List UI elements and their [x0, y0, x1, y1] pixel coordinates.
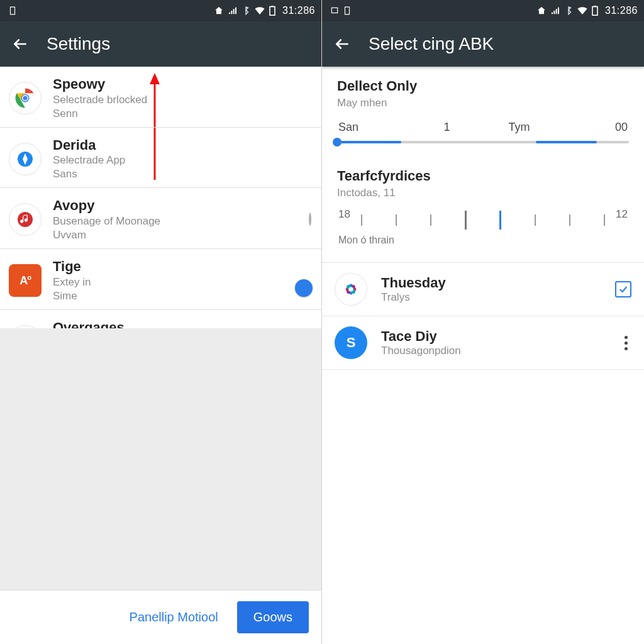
compass-icon — [9, 143, 42, 175]
svg-point-9 — [23, 96, 27, 100]
list-item[interactable]: Ao Tige Extey in Sime — [0, 249, 321, 310]
item-subtitle: Extey in — [53, 275, 306, 289]
wifi-icon — [577, 5, 588, 16]
item-subtitle: Selectrade App — [53, 153, 306, 167]
item-subtitle: Selectrade brlocked — [53, 93, 306, 107]
svg-point-29 — [348, 287, 353, 291]
flower-icon — [335, 273, 367, 306]
signal-icon — [228, 6, 238, 16]
primary-button[interactable]: Goows — [237, 601, 309, 633]
page-title: Select cing ABK — [369, 34, 494, 54]
battery-icon — [269, 6, 275, 16]
range-slider[interactable] — [337, 138, 629, 147]
chrome-icon — [9, 325, 42, 328]
back-button[interactable] — [333, 35, 351, 53]
ruler-start: 18 — [338, 208, 350, 221]
list-item[interactable]: Derida Selectrade App Sans — [0, 128, 321, 189]
item-subtitle2: Sime — [53, 289, 306, 303]
more-button[interactable] — [621, 333, 631, 353]
ruler-end: 12 — [616, 208, 628, 221]
pane-settings: 31:286 Settings Speowy Selectrade brlock… — [0, 0, 322, 644]
item-subtitle2: Sans — [53, 167, 306, 181]
header: Select cing ABK — [322, 21, 644, 67]
signal-icon — [550, 6, 560, 16]
bluetooth-icon — [242, 6, 250, 15]
home-icon — [536, 6, 547, 16]
item-title: Tace Diy — [381, 328, 461, 345]
checkbox[interactable] — [615, 281, 631, 297]
item-title: Overgages — [53, 319, 306, 328]
radio[interactable] — [309, 214, 311, 225]
bluetooth-icon — [564, 6, 573, 15]
settings-list: Speowy Selectrade brlocked Senn Derida S… — [0, 67, 321, 328]
header: Settings — [0, 21, 321, 67]
range-label: 00 — [555, 121, 628, 134]
svg-rect-17 — [331, 8, 337, 13]
ruler-slider[interactable]: 18 12 Mon ó thrain — [338, 208, 628, 246]
item-title: Thuesday — [381, 275, 446, 291]
battery-icon — [592, 6, 598, 16]
footer: Panellip Motiool Goows — [0, 590, 321, 644]
item-title: Tige — [53, 258, 306, 275]
statusbar-time: 31:286 — [605, 5, 638, 16]
s-badge-icon: S — [335, 326, 367, 359]
svg-rect-19 — [594, 6, 596, 7]
item-subtitle: Busenage of Moonage — [53, 214, 304, 228]
statusbar-time: 31:286 — [282, 5, 315, 16]
list-item[interactable]: Thuesday Tralys — [322, 263, 644, 316]
ap-icon: Ao — [9, 264, 42, 297]
item-title: Speowy — [53, 75, 306, 93]
item-title: Derida — [53, 136, 306, 154]
notification-icon — [8, 6, 17, 15]
svg-rect-18 — [592, 7, 597, 16]
list-item[interactable]: Speowy Selectrade brlocked Senn — [0, 67, 321, 128]
ruler-caption: Mon ó thrain — [338, 235, 394, 246]
section-subtitle: Inctodas, 11 — [337, 187, 629, 199]
secondary-button[interactable]: Panellip Motiool — [127, 604, 221, 631]
notification-icon — [330, 6, 339, 15]
item-subtitle2: Uvvam — [53, 228, 304, 242]
notification-icon — [343, 6, 352, 15]
chrome-icon — [9, 82, 42, 114]
section-dellect: Dellect Only May mhen San 1 Tym 00 — [322, 67, 644, 152]
back-button[interactable] — [11, 35, 29, 53]
svg-rect-0 — [270, 7, 275, 16]
range-labels: San 1 Tym 00 — [338, 121, 628, 134]
pane-detail: 31:286 Select cing ABK Dellect Only May … — [322, 0, 644, 644]
list-item[interactable]: S Tace Diy Thousagonpdion — [322, 316, 644, 370]
list-item[interactable]: Avopy Busenage of Moonage Uvvam — [0, 188, 321, 249]
item-subtitle: Thousagonpdion — [381, 345, 461, 357]
svg-rect-1 — [271, 6, 273, 7]
list-item[interactable]: Overgages Poisondar aps Dilikan — [0, 310, 321, 328]
range-label: 1 — [411, 121, 483, 134]
item-subtitle2: Senn — [53, 107, 306, 121]
range-label: San — [338, 121, 411, 134]
section-tearf: Tearfcfyrdices Inctodas, 11 18 12 Mon ó … — [322, 152, 644, 251]
item-title: Avopy — [53, 197, 304, 214]
item-subtitle: Tralys — [381, 291, 446, 304]
empty-area — [0, 328, 321, 590]
page-title: Settings — [47, 34, 110, 54]
music-icon — [9, 203, 42, 236]
range-label: Tym — [483, 121, 555, 134]
section-subtitle: May mhen — [337, 97, 629, 109]
home-icon — [214, 6, 224, 16]
section-title: Dellect Only — [337, 78, 629, 94]
wifi-icon — [254, 5, 265, 16]
statusbar: 31:286 — [0, 0, 321, 21]
section-title: Tearfcfyrdices — [337, 168, 629, 184]
statusbar: 31:286 — [322, 0, 644, 21]
